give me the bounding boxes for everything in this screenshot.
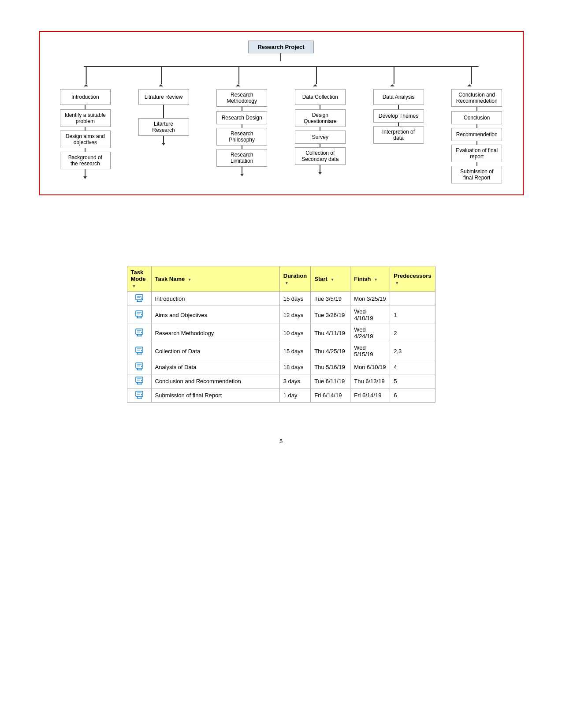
flowchart-root: Research Project — [46, 41, 516, 61]
table-row: Conclusion and Recommendetion3 daysTue 6… — [127, 374, 435, 388]
task-name-cell-0: Introduction — [151, 292, 279, 306]
svg-marker-14 — [83, 176, 87, 179]
task-mode-cell-3 — [127, 342, 151, 360]
svg-marker-6 — [236, 84, 240, 86]
task-mode-cell-2 — [127, 324, 151, 342]
task-icon-6 — [135, 391, 144, 399]
fc-box-introduction: Introduction — [60, 89, 111, 105]
task-mode-cell-6 — [127, 388, 151, 403]
task-mode-cell-4 — [127, 360, 151, 374]
fc-sub-eval-final: Evaluation of final report — [451, 145, 502, 162]
fc-sub-research-philosophy: Research Philosophy — [216, 128, 267, 146]
table-row: Analysis of Data18 daysThu 5/16/19Mon 6/… — [127, 360, 435, 374]
fc-sub-submission-final: Submission of final Report — [451, 166, 502, 183]
fc-box-conclusion: Conclusion and Recommnedetion — [451, 89, 502, 107]
duration-cell-2: 10 days — [279, 324, 310, 342]
task-icon-3 — [135, 347, 144, 355]
h-connector-svg — [46, 66, 516, 88]
sort-arrow-finish[interactable]: ▼ — [374, 277, 378, 282]
pred-cell-5: 5 — [390, 374, 435, 388]
page-number: 5 — [26, 438, 536, 444]
fc-col-data-analysis: Data Analysis Develop Themes Interpretio… — [359, 89, 438, 144]
table-row: Introduction15 daysTue 3/5/19Mon 3/25/19 — [127, 292, 435, 306]
th-duration[interactable]: Duration ▼ — [279, 266, 310, 292]
gantt-table: Task Mode ▼ Task Name ▼ Duration ▼ Start… — [127, 266, 435, 403]
pred-cell-6: 6 — [390, 388, 435, 403]
flowchart-container: Research Project — [39, 31, 524, 195]
fc-sub-background: Background of the research — [60, 152, 111, 169]
col2-bottom-arrow — [161, 139, 166, 146]
fc-col-data-collection: Data Collection Design Questionniare Sur… — [281, 89, 360, 175]
task-mode-cell-0 — [127, 292, 151, 306]
fc-sub-recommendetion: Recommendetion — [451, 128, 502, 141]
fc-sub-research-limitation: Research Limitation — [216, 149, 267, 167]
task-name-cell-6: Submission of final Report — [151, 388, 279, 403]
col4-bottom-arrow — [317, 168, 323, 175]
col1-bottom-arrow — [82, 173, 88, 179]
th-task-name[interactable]: Task Name ▼ — [151, 266, 279, 292]
fc-sub-design-aims: Design aims and objectives — [60, 131, 111, 148]
svg-marker-48 — [141, 350, 142, 351]
svg-marker-69 — [141, 394, 142, 396]
flowchart-columns: Introduction Identify a suitable problem… — [46, 89, 516, 183]
table-row: Submission of final Report1 dayFri 6/14/… — [127, 388, 435, 403]
table-row: Collection of Data15 daysThu 4/25/19Wed … — [127, 342, 435, 360]
task-icon-4 — [135, 362, 144, 370]
sort-arrow-task-mode[interactable]: ▼ — [132, 284, 136, 288]
fc-sub-survey: Survey — [295, 131, 346, 144]
th-task-mode[interactable]: Task Mode ▼ — [127, 266, 151, 292]
fc-col-methodology: Research Methodology Research Design Res… — [203, 89, 281, 176]
fc-sub-collection-secondary: Collection of Secondary data — [295, 147, 346, 165]
sort-arrow-duration[interactable]: ▼ — [285, 281, 289, 285]
fc-box-methodology: Research Methodology — [216, 89, 267, 107]
fc-box-data-collection: Data Collection — [295, 89, 346, 105]
root-box: Research Project — [248, 41, 313, 53]
start-cell-6: Fri 6/14/19 — [311, 388, 350, 403]
task-icon-2 — [135, 329, 144, 336]
svg-marker-20 — [318, 172, 322, 175]
fc-col-introduction: Introduction Identify a suitable problem… — [46, 89, 125, 179]
duration-cell-3: 15 days — [279, 342, 310, 360]
duration-cell-1: 12 days — [279, 306, 310, 324]
svg-marker-41 — [141, 332, 142, 333]
svg-marker-16 — [162, 143, 165, 146]
sort-arrow-start[interactable]: ▼ — [330, 277, 334, 282]
finish-cell-4: Mon 6/10/19 — [350, 360, 390, 374]
sort-arrow-pred[interactable]: ▼ — [395, 281, 399, 285]
th-finish[interactable]: Finish ▼ — [350, 266, 390, 292]
finish-cell-6: Fri 6/14/19 — [350, 388, 390, 403]
duration-cell-6: 1 day — [279, 388, 310, 403]
pred-cell-3: 2,3 — [390, 342, 435, 360]
fc-sub-litarture-research: Litarture Research — [138, 118, 189, 136]
sort-arrow-task-name[interactable]: ▼ — [188, 277, 192, 282]
task-icon-1 — [135, 310, 144, 318]
finish-cell-2: Wed 4/24/19 — [350, 324, 390, 342]
fc-sub-develop-themes: Develop Themes — [373, 109, 424, 123]
table-row: Research Methodology10 daysThu 4/11/19We… — [127, 324, 435, 342]
start-cell-3: Thu 4/25/19 — [311, 342, 350, 360]
svg-marker-12 — [467, 84, 472, 86]
task-icon-5 — [135, 377, 144, 385]
duration-cell-4: 18 days — [279, 360, 310, 374]
fc-sub-research-design: Research Design — [216, 111, 267, 124]
task-mode-cell-1 — [127, 306, 151, 324]
fc-sub-conclusion: Conclusion — [451, 111, 502, 124]
svg-marker-34 — [141, 314, 142, 315]
svg-marker-4 — [159, 84, 163, 86]
table-header-row: Task Mode ▼ Task Name ▼ Duration ▼ Start… — [127, 266, 435, 292]
start-cell-2: Thu 4/11/19 — [311, 324, 350, 342]
pred-cell-0 — [390, 292, 435, 306]
svg-rect-35 — [136, 329, 143, 334]
table-row: Aims and Objectives12 daysTue 3/26/19Wed… — [127, 306, 435, 324]
pred-cell-4: 4 — [390, 360, 435, 374]
fc-box-literature: Litrature Review — [138, 89, 189, 105]
fc-col-conclusion: Conclusion and Recommnedetion Conclusion… — [438, 89, 516, 183]
finish-cell-0: Mon 3/25/19 — [350, 292, 390, 306]
th-start[interactable]: Start ▼ — [311, 266, 350, 292]
svg-marker-62 — [141, 380, 142, 381]
start-cell-1: Tue 3/26/19 — [311, 306, 350, 324]
svg-rect-42 — [136, 347, 143, 352]
svg-rect-49 — [136, 363, 143, 368]
th-predecessors[interactable]: Predecessors ▼ — [390, 266, 435, 292]
table-body: Introduction15 daysTue 3/5/19Mon 3/25/19… — [127, 292, 435, 403]
